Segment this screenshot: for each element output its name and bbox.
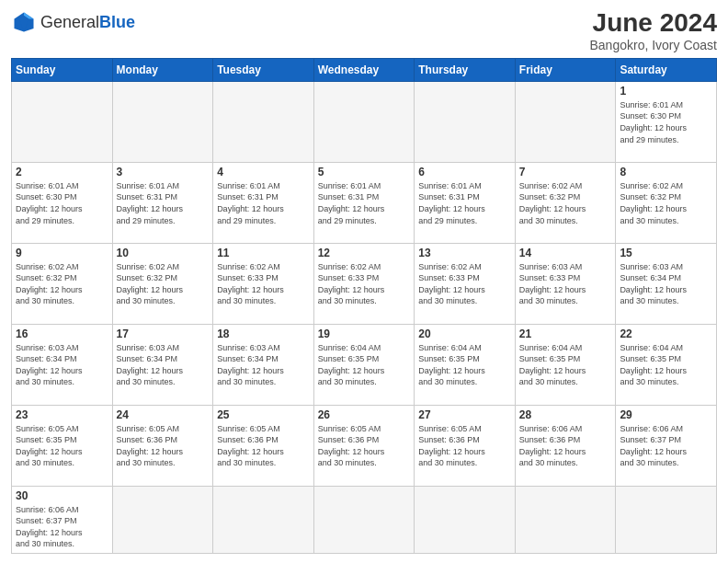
logo-text: GeneralBlue [40,13,135,32]
weekday-header-thursday: Thursday [415,58,516,81]
calendar-week-4: 23Sunrise: 6:05 AM Sunset: 6:35 PM Dayli… [12,405,717,486]
day-info: Sunrise: 6:02 AM Sunset: 6:32 PM Dayligh… [620,180,712,226]
day-info: Sunrise: 6:02 AM Sunset: 6:32 PM Dayligh… [16,261,108,307]
day-info: Sunrise: 6:04 AM Sunset: 6:35 PM Dayligh… [318,342,411,388]
calendar-cell [515,81,616,162]
subtitle: Bangokro, Ivory Coast [589,38,717,52]
day-number: 13 [418,247,511,259]
day-number: 28 [519,408,612,421]
calendar-cell [415,81,516,162]
day-number: 2 [16,166,108,178]
day-number: 7 [519,166,612,178]
day-info: Sunrise: 6:01 AM Sunset: 6:31 PM Dayligh… [318,180,411,226]
day-info: Sunrise: 6:06 AM Sunset: 6:36 PM Dayligh… [519,423,612,469]
calendar-cell: 18Sunrise: 6:03 AM Sunset: 6:34 PM Dayli… [213,324,314,405]
day-info: Sunrise: 6:01 AM Sunset: 6:30 PM Dayligh… [620,99,712,145]
day-info: Sunrise: 6:02 AM Sunset: 6:33 PM Dayligh… [318,261,411,307]
day-number: 1 [620,85,712,98]
day-number: 23 [16,408,108,421]
weekday-header-sunday: Sunday [12,58,113,81]
calendar-cell: 11Sunrise: 6:02 AM Sunset: 6:33 PM Dayli… [213,243,314,324]
day-info: Sunrise: 6:06 AM Sunset: 6:37 PM Dayligh… [620,423,712,469]
calendar-cell: 2Sunrise: 6:01 AM Sunset: 6:30 PM Daylig… [12,162,113,243]
day-info: Sunrise: 6:02 AM Sunset: 6:33 PM Dayligh… [217,261,310,307]
day-info: Sunrise: 6:04 AM Sunset: 6:35 PM Dayligh… [519,342,612,388]
day-number: 3 [117,166,210,178]
day-info: Sunrise: 6:05 AM Sunset: 6:36 PM Dayligh… [117,423,210,469]
day-number: 21 [519,327,612,340]
calendar-week-5: 30Sunrise: 6:06 AM Sunset: 6:37 PM Dayli… [12,486,717,553]
calendar-cell [112,486,213,553]
calendar-cell: 30Sunrise: 6:06 AM Sunset: 6:37 PM Dayli… [12,486,113,553]
calendar-cell [415,486,516,553]
calendar-cell: 14Sunrise: 6:03 AM Sunset: 6:33 PM Dayli… [515,243,616,324]
main-title: June 2024 [589,9,717,38]
day-number: 25 [217,408,310,421]
day-info: Sunrise: 6:03 AM Sunset: 6:34 PM Dayligh… [217,342,310,388]
day-info: Sunrise: 6:05 AM Sunset: 6:36 PM Dayligh… [217,423,310,469]
day-info: Sunrise: 6:05 AM Sunset: 6:36 PM Dayligh… [318,423,411,469]
calendar-cell: 17Sunrise: 6:03 AM Sunset: 6:34 PM Dayli… [112,324,213,405]
day-number: 14 [519,247,612,259]
calendar-week-2: 9Sunrise: 6:02 AM Sunset: 6:32 PM Daylig… [12,243,717,324]
day-number: 16 [16,327,108,340]
calendar-cell: 5Sunrise: 6:01 AM Sunset: 6:31 PM Daylig… [313,162,415,243]
logo-icon [11,9,37,35]
calendar-cell: 6Sunrise: 6:01 AM Sunset: 6:31 PM Daylig… [415,162,516,243]
day-number: 22 [620,327,712,340]
day-number: 19 [318,327,411,340]
header: GeneralBlue June 2024 Bangokro, Ivory Co… [11,9,717,52]
day-info: Sunrise: 6:01 AM Sunset: 6:30 PM Dayligh… [16,180,108,226]
calendar-cell [112,81,213,162]
weekday-header-friday: Friday [515,58,616,81]
calendar-cell: 24Sunrise: 6:05 AM Sunset: 6:36 PM Dayli… [112,405,213,486]
day-info: Sunrise: 6:02 AM Sunset: 6:33 PM Dayligh… [418,261,511,307]
calendar-cell [12,81,113,162]
day-info: Sunrise: 6:03 AM Sunset: 6:34 PM Dayligh… [620,261,712,307]
calendar-table: SundayMondayTuesdayWednesdayThursdayFrid… [11,58,717,554]
day-number: 30 [16,489,108,502]
calendar-week-3: 16Sunrise: 6:03 AM Sunset: 6:34 PM Dayli… [12,324,717,405]
calendar-cell: 10Sunrise: 6:02 AM Sunset: 6:32 PM Dayli… [112,243,213,324]
calendar-cell: 23Sunrise: 6:05 AM Sunset: 6:35 PM Dayli… [12,405,113,486]
day-number: 26 [318,408,411,421]
calendar-cell: 20Sunrise: 6:04 AM Sunset: 6:35 PM Dayli… [415,324,516,405]
calendar-cell: 3Sunrise: 6:01 AM Sunset: 6:31 PM Daylig… [112,162,213,243]
day-number: 20 [418,327,511,340]
day-info: Sunrise: 6:01 AM Sunset: 6:31 PM Dayligh… [117,180,210,226]
day-number: 24 [117,408,210,421]
calendar-cell [313,486,415,553]
calendar-cell: 1Sunrise: 6:01 AM Sunset: 6:30 PM Daylig… [616,81,717,162]
day-number: 8 [620,166,712,178]
day-number: 12 [318,247,411,259]
day-number: 9 [16,247,108,259]
day-info: Sunrise: 6:01 AM Sunset: 6:31 PM Dayligh… [418,180,511,226]
calendar-cell: 15Sunrise: 6:03 AM Sunset: 6:34 PM Dayli… [616,243,717,324]
weekday-header-saturday: Saturday [616,58,717,81]
calendar-cell: 12Sunrise: 6:02 AM Sunset: 6:33 PM Dayli… [313,243,415,324]
day-info: Sunrise: 6:02 AM Sunset: 6:32 PM Dayligh… [519,180,612,226]
day-info: Sunrise: 6:06 AM Sunset: 6:37 PM Dayligh… [16,504,108,550]
calendar-cell [213,81,314,162]
day-info: Sunrise: 6:03 AM Sunset: 6:33 PM Dayligh… [519,261,612,307]
day-number: 10 [117,247,210,259]
calendar-week-1: 2Sunrise: 6:01 AM Sunset: 6:30 PM Daylig… [12,162,717,243]
day-number: 6 [418,166,511,178]
day-info: Sunrise: 6:02 AM Sunset: 6:32 PM Dayligh… [117,261,210,307]
day-number: 15 [620,247,712,259]
calendar-cell: 8Sunrise: 6:02 AM Sunset: 6:32 PM Daylig… [616,162,717,243]
weekday-header-wednesday: Wednesday [313,58,415,81]
calendar-week-0: 1Sunrise: 6:01 AM Sunset: 6:30 PM Daylig… [12,81,717,162]
calendar-cell: 4Sunrise: 6:01 AM Sunset: 6:31 PM Daylig… [213,162,314,243]
calendar-cell: 13Sunrise: 6:02 AM Sunset: 6:33 PM Dayli… [415,243,516,324]
calendar-cell: 9Sunrise: 6:02 AM Sunset: 6:32 PM Daylig… [12,243,113,324]
day-info: Sunrise: 6:04 AM Sunset: 6:35 PM Dayligh… [620,342,712,388]
day-info: Sunrise: 6:01 AM Sunset: 6:31 PM Dayligh… [217,180,310,226]
calendar-cell [515,486,616,553]
day-number: 11 [217,247,310,259]
calendar-cell: 28Sunrise: 6:06 AM Sunset: 6:36 PM Dayli… [515,405,616,486]
day-number: 18 [217,327,310,340]
calendar-cell: 27Sunrise: 6:05 AM Sunset: 6:36 PM Dayli… [415,405,516,486]
calendar-cell: 22Sunrise: 6:04 AM Sunset: 6:35 PM Dayli… [616,324,717,405]
calendar-cell: 7Sunrise: 6:02 AM Sunset: 6:32 PM Daylig… [515,162,616,243]
